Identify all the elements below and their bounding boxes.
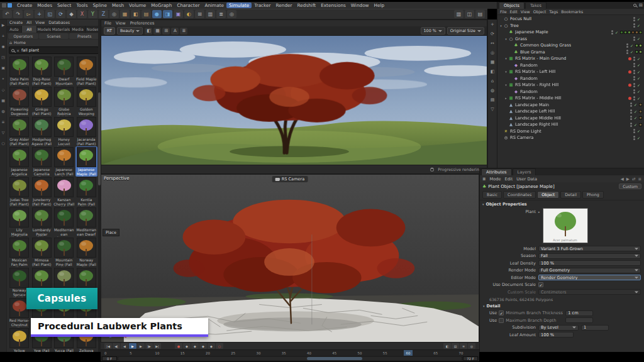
- enable-check-icon[interactable]: ✓: [637, 129, 640, 133]
- zoom-dropdown[interactable]: 100 %: [421, 27, 445, 35]
- plant-item[interactable]: Gray Alder (Fall Plant): [8, 116, 31, 146]
- field-checkbox[interactable]: [538, 282, 543, 287]
- plant-item[interactable]: Lombardy Poplar (Fall...: [31, 207, 53, 237]
- attribute-section-tab[interactable]: Basic: [482, 191, 502, 199]
- material-swatch[interactable]: [639, 123, 642, 126]
- object-tree-row[interactable]: ▲ Landscape Main ✓: [497, 102, 644, 109]
- object-manager-tab[interactable]: Takes: [525, 2, 547, 9]
- plant-item[interactable]: Flowering Dogwood (F...: [8, 86, 31, 116]
- enable-check-icon[interactable]: ✓: [637, 136, 640, 140]
- toolbar-icon[interactable]: Z: [99, 10, 108, 18]
- field-value[interactable]: 100 %: [538, 260, 641, 266]
- menu-item[interactable]: Window: [348, 3, 372, 8]
- object-tree-row[interactable]: ▾ ▦ RS Matrix - Left Hill ✓: [497, 69, 644, 75]
- enable-check-icon[interactable]: ✓: [637, 96, 640, 101]
- field-value[interactable]: Full Geometry: [538, 268, 641, 273]
- render-toolbar-icon[interactable]: ≣: [180, 28, 187, 35]
- mode-menu-item[interactable]: Mode: [490, 177, 501, 182]
- field-value[interactable]: Variant 3 Full-Grown: [538, 246, 641, 251]
- plant-item[interactable]: Kentia Palm (Fall Plant): [75, 177, 98, 207]
- object-tree-row[interactable]: ▾ ▦ RS Matrix - Right Hill ✓: [497, 82, 644, 89]
- menu-item[interactable]: MoGraph: [148, 3, 174, 8]
- plant-item[interactable]: Japanese Larch (Fall P...: [53, 146, 75, 177]
- plant-item[interactable]: Date Palm (Fall Plant): [8, 56, 31, 86]
- viewport-tool-icon[interactable]: ⟳: [491, 31, 494, 36]
- expand-caret-icon[interactable]: ▾: [504, 37, 508, 41]
- history-nav-icon[interactable]: ▶: [626, 177, 630, 182]
- transport-button[interactable]: ▶: [137, 343, 145, 349]
- object-manager-tab[interactable]: Objects: [499, 2, 525, 9]
- plant-item[interactable]: Dwarf Mountain Pine (...: [53, 56, 75, 86]
- plant-item[interactable]: Norway Maple (Fall Pl...: [75, 237, 98, 267]
- tool-icon[interactable]: +: [1, 33, 4, 38]
- plant-item[interactable]: Mexican Fan Palm (Fa...: [8, 237, 31, 267]
- toolbar-icon[interactable]: ▥: [206, 10, 215, 18]
- object-tree-row[interactable]: ♣ Blue Grama ✓: [497, 49, 644, 56]
- asset-subtab[interactable]: Presets: [69, 33, 99, 39]
- viewport-tool-icon[interactable]: ◎: [491, 50, 494, 55]
- menu-item[interactable]: Spline: [90, 3, 109, 8]
- tool-icon[interactable]: ▽: [2, 130, 5, 134]
- current-frame-marker[interactable]: 60: [404, 350, 413, 356]
- subdivision-mode-dropdown[interactable]: By Level: [538, 325, 579, 331]
- attribute-section-tab[interactable]: Coordinates: [503, 191, 536, 199]
- asset-tab[interactable]: Media: [70, 26, 86, 33]
- toolbar-icon[interactable]: Y: [88, 10, 97, 18]
- visibility-dots[interactable]: [633, 89, 635, 94]
- viewport-camera-chip[interactable]: RS Camera: [272, 176, 308, 182]
- visibility-dots[interactable]: [633, 63, 635, 67]
- field-value[interactable]: Centimeters: [538, 289, 641, 295]
- object-tree-row[interactable]: ▲ Landscape Left Hill ✓: [497, 108, 644, 115]
- history-nav-icon[interactable]: ◀: [621, 177, 624, 182]
- viewport-label[interactable]: Perspective: [104, 176, 130, 181]
- menu-item[interactable]: Character: [174, 3, 202, 8]
- subdivision-value[interactable]: 1: [581, 325, 609, 331]
- expand-caret-icon[interactable]: ▸: [504, 96, 508, 100]
- tool-icon[interactable]: ≡: [1, 119, 4, 124]
- enable-check-icon[interactable]: ✓: [637, 57, 640, 61]
- timeline-icon[interactable]: ▤: [452, 343, 459, 349]
- object-menu-item[interactable]: Tags: [549, 9, 558, 14]
- object-tree-row[interactable]: ▸ ▦ RS Matrix - Middle Hill ✓: [497, 95, 644, 102]
- plant-item[interactable]: Dog-Rose (Fall Plant): [31, 56, 53, 86]
- enable-check-icon[interactable]: ✓: [637, 23, 640, 28]
- render-menu-item[interactable]: File: [104, 21, 111, 26]
- visibility-dots[interactable]: [633, 17, 635, 21]
- timeline-ruler[interactable]: 0510152025303540455055606570 60: [101, 349, 479, 356]
- visibility-dots[interactable]: [626, 43, 628, 48]
- material-swatch[interactable]: [635, 50, 638, 53]
- visibility-dots[interactable]: [633, 23, 635, 28]
- object-menu-item[interactable]: Object: [533, 9, 547, 14]
- material-swatch[interactable]: [620, 31, 623, 34]
- enable-check-icon[interactable]: ✓: [637, 63, 640, 67]
- mode-menu-item[interactable]: User Data: [516, 177, 537, 182]
- visibility-dots[interactable]: [630, 123, 632, 127]
- custom-button[interactable]: Custom: [619, 184, 641, 189]
- object-tree-row[interactable]: ▾ ▦ RS Matrix - Main Ground ✓: [497, 55, 644, 62]
- asset-tab[interactable]: Materials: [52, 26, 70, 33]
- viewport-tool-icon[interactable]: ▦: [491, 60, 495, 65]
- enable-check-icon[interactable]: ✓: [637, 83, 640, 87]
- expand-caret-icon[interactable]: ▾: [504, 70, 508, 74]
- material-swatch[interactable]: [635, 31, 638, 34]
- toolbar-icon[interactable]: ↷: [13, 10, 23, 18]
- place-tool-chip[interactable]: Place: [103, 229, 119, 236]
- plant-item[interactable]: Japanese Angelica Tre...: [8, 146, 31, 177]
- tool-icon[interactable]: ⌖: [2, 76, 4, 81]
- toolbar-icon[interactable]: ◱: [45, 10, 55, 18]
- expand-caret-icon[interactable]: ▸: [538, 208, 540, 243]
- object-menu-item[interactable]: View: [521, 9, 530, 14]
- visibility-dots[interactable]: [611, 30, 613, 35]
- material-swatch[interactable]: [639, 50, 642, 53]
- visibility-dots[interactable]: [633, 70, 635, 74]
- object-tree-row[interactable]: ◆ Random ✓: [497, 89, 644, 96]
- transport-button[interactable]: ◀: [121, 343, 128, 349]
- toolbar-icon[interactable]: +: [35, 10, 44, 18]
- range-start-field[interactable]: 0 F: [102, 356, 117, 361]
- attribute-section-tab[interactable]: Object: [537, 191, 559, 199]
- viewport-tool-icon[interactable]: ▤: [491, 97, 495, 102]
- enable-check-icon[interactable]: ✓: [634, 102, 637, 107]
- toolbar-icon[interactable]: ◆: [67, 10, 76, 18]
- transport-button[interactable]: |◀: [104, 343, 112, 349]
- use-checkbox[interactable]: [499, 310, 504, 315]
